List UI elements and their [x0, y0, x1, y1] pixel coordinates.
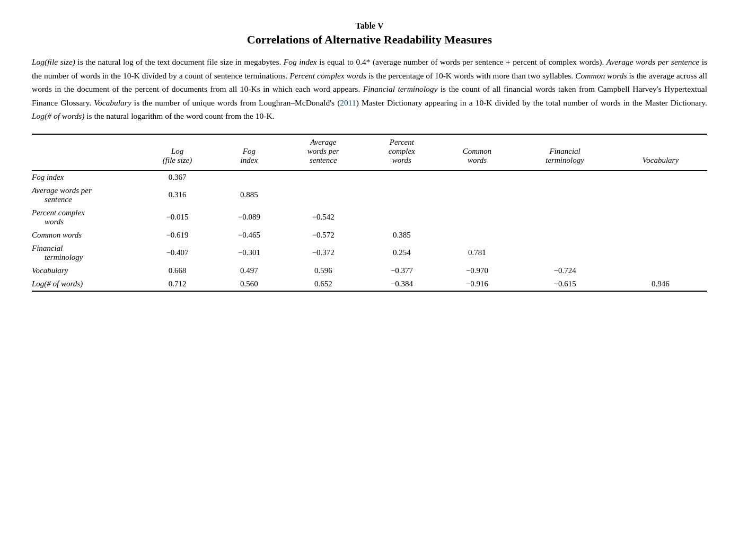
- table-row: Fog index 0.367: [32, 170, 707, 184]
- cell-fin-fin: [516, 242, 614, 264]
- col-header-vocabulary: Vocabulary: [614, 134, 707, 171]
- cell-fin-common: 0.781: [438, 242, 516, 264]
- cell-avg-log: 0.316: [138, 184, 217, 206]
- cell-common-common: [438, 229, 516, 242]
- row-label-financial: Financial: [32, 242, 138, 253]
- table-header-row: Log (file size) Fog index Average words …: [32, 134, 707, 171]
- cell-voc-pct: −0.377: [365, 264, 438, 277]
- cell-avg-voc: [614, 184, 707, 206]
- cell-voc-log: 0.668: [138, 264, 217, 277]
- row-label-pct-complex: Percent complex: [32, 206, 138, 217]
- cell-fin-avg: −0.372: [281, 242, 365, 264]
- cell-voc-voc: [614, 264, 707, 277]
- desc-pct-complex: Percent complex words: [289, 71, 366, 80]
- description-block: Log(file size) is the natural log of the…: [32, 55, 707, 123]
- row-label-avg-words: Average words per: [32, 184, 138, 195]
- cell-fin-log: −0.407: [138, 242, 217, 264]
- cell-pct-fin: [516, 206, 614, 229]
- table-row: Average words per 0.316 0.885: [32, 184, 707, 195]
- cell-pct-fog: −0.089: [217, 206, 281, 229]
- cell-avg-fog: 0.885: [217, 184, 281, 206]
- cell-logw-common: −0.916: [438, 277, 516, 291]
- cell-voc-common: −0.970: [438, 264, 516, 277]
- col-header-financial-term: Financial terminology: [516, 134, 614, 171]
- cell-avg-pct: [365, 184, 438, 206]
- year-link[interactable]: 2011: [340, 98, 356, 107]
- col-header-pct-complex: Percent complex words: [365, 134, 438, 171]
- table-title: Correlations of Alternative Readability …: [32, 33, 707, 47]
- row-label-log-words: Log(# of words): [32, 277, 138, 291]
- desc-common-words: Common words: [575, 71, 627, 80]
- cell-avg-avg: [281, 184, 365, 206]
- cell-common-avg: −0.572: [281, 229, 365, 242]
- col-header-avg-words: Average words per sentence: [281, 134, 365, 171]
- row-label-avg-words-cont: sentence: [32, 195, 138, 206]
- desc-log-file-size: Log(file size): [32, 57, 75, 66]
- cell-logw-avg: 0.652: [281, 277, 365, 291]
- cell-fin-pct: 0.254: [365, 242, 438, 264]
- row-label-vocabulary: Vocabulary: [32, 264, 138, 277]
- cell-common-voc: [614, 229, 707, 242]
- cell-voc-avg: 0.596: [281, 264, 365, 277]
- cell-fog-fog: [217, 170, 281, 184]
- cell-logw-voc: 0.946: [614, 277, 707, 291]
- correlations-table: Log (file size) Fog index Average words …: [32, 134, 707, 294]
- cell-logw-pct: −0.384: [365, 277, 438, 291]
- table-row: Log(# of words) 0.712 0.560 0.652 −0.384…: [32, 277, 707, 291]
- row-label-fog-index: Fog index: [32, 170, 138, 184]
- cell-fog-fin: [516, 170, 614, 184]
- cell-avg-fin: [516, 184, 614, 206]
- col-header-log-file-size: Log (file size): [138, 134, 217, 171]
- cell-fog-pct: [365, 170, 438, 184]
- cell-fog-voc: [614, 170, 707, 184]
- cell-fin-fog: −0.301: [217, 242, 281, 264]
- cell-common-fin: [516, 229, 614, 242]
- desc-avg-words: Average words per sentence: [606, 57, 699, 66]
- cell-pct-log: −0.015: [138, 206, 217, 229]
- cell-logw-fin: −0.615: [516, 277, 614, 291]
- col-header-fog-index: Fog index: [217, 134, 281, 171]
- cell-pct-voc: [614, 206, 707, 229]
- cell-fog-log: 0.367: [138, 170, 217, 184]
- cell-logw-fog: 0.560: [217, 277, 281, 291]
- cell-fog-common: [438, 170, 516, 184]
- desc-log-words: Log(# of words): [32, 111, 84, 120]
- table-row: Vocabulary 0.668 0.497 0.596 −0.377 −0.9…: [32, 264, 707, 277]
- table-footer-cell: [32, 291, 707, 294]
- cell-avg-common: [438, 184, 516, 206]
- table-row: Percent complex −0.015 −0.089 −0.542: [32, 206, 707, 217]
- cell-fin-voc: [614, 242, 707, 264]
- col-header-common-words: Common words: [438, 134, 516, 171]
- cell-fog-avg: [281, 170, 365, 184]
- row-label-financial-cont: terminology: [32, 253, 138, 264]
- table-row: Financial −0.407 −0.301 −0.372 0.254 0.7…: [32, 242, 707, 253]
- cell-logw-log: 0.712: [138, 277, 217, 291]
- cell-common-pct: 0.385: [365, 229, 438, 242]
- cell-voc-fog: 0.497: [217, 264, 281, 277]
- row-label-common-words: Common words: [32, 229, 138, 242]
- cell-common-log: −0.619: [138, 229, 217, 242]
- cell-pct-common: [438, 206, 516, 229]
- row-label-pct-complex-cont: words: [32, 217, 138, 229]
- col-header-row-label: [32, 134, 138, 171]
- desc-fog-index: Fog index: [284, 57, 317, 66]
- cell-pct-pct: [365, 206, 438, 229]
- cell-common-fog: −0.465: [217, 229, 281, 242]
- desc-vocabulary: Vocabulary: [94, 98, 131, 107]
- cell-pct-avg: −0.542: [281, 206, 365, 229]
- cell-voc-fin: −0.724: [516, 264, 614, 277]
- table-row: Common words −0.619 −0.465 −0.572 0.385: [32, 229, 707, 242]
- table-label: Table V: [32, 21, 707, 31]
- desc-financial-term: Financial terminology: [363, 84, 438, 93]
- table-footer-row: [32, 291, 707, 294]
